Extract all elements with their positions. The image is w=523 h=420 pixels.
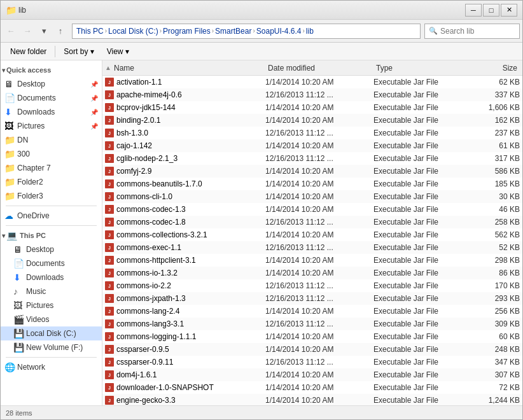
sidebar-item-folder3[interactable]: 📁 Folder3 bbox=[1, 189, 102, 203]
sidebar-item-pictures-pc[interactable]: 🖼 Pictures bbox=[1, 298, 102, 312]
sidebar-item-folder2[interactable]: 📁 Folder2 bbox=[1, 175, 102, 189]
breadcrumb-lib[interactable]: lib bbox=[306, 27, 314, 36]
view-button[interactable]: View ▾ bbox=[101, 45, 135, 59]
file-date: 12/16/2013 11:12 ... bbox=[265, 319, 373, 328]
table-row[interactable]: J commons-exec-1.1 12/16/2013 11:12 ... … bbox=[102, 241, 522, 254]
jar-file-icon: J bbox=[105, 141, 114, 150]
table-row[interactable]: J commons-httpclient-3.1 1/14/2014 10:20… bbox=[102, 254, 522, 267]
breadcrumb-thispc[interactable]: This PC bbox=[76, 27, 104, 36]
file-type: Executable Jar File bbox=[373, 129, 469, 137]
table-row[interactable]: J bcprov-jdk15-144 1/14/2014 10:20 AM Ex… bbox=[102, 101, 522, 114]
file-type: Executable Jar File bbox=[373, 256, 469, 265]
forward-button[interactable]: → bbox=[20, 24, 35, 39]
column-name-header[interactable]: Name bbox=[111, 64, 265, 73]
sidebar-item-desktop-pc[interactable]: 🖥 Desktop bbox=[1, 242, 102, 256]
sidebar-item-downloads-quick[interactable]: ⬇ Downloads 📌 bbox=[1, 105, 102, 119]
table-row[interactable]: J dom4j-1.6.1 1/14/2014 10:20 AM Executa… bbox=[102, 368, 522, 381]
file-type: Executable Jar File bbox=[373, 103, 469, 112]
quick-access-header[interactable]: ▾ Quick access bbox=[1, 63, 102, 77]
table-row[interactable]: J binding-2.0.1 1/14/2014 10:20 AM Execu… bbox=[102, 114, 522, 127]
table-row[interactable]: J commons-collections-3.2.1 1/14/2014 10… bbox=[102, 228, 522, 241]
jar-file-icon: J bbox=[105, 154, 114, 163]
drive-icon: 💾 bbox=[13, 328, 24, 339]
pin-icon: 📌 bbox=[90, 109, 98, 116]
sidebar-item-network[interactable]: 🌐 Network bbox=[1, 360, 102, 374]
table-row[interactable]: J activation-1.1 1/14/2014 10:20 AM Exec… bbox=[102, 76, 522, 88]
sidebar-item-documents-quick[interactable]: 📄 Documents 📌 bbox=[1, 91, 102, 105]
sidebar-item-documents-pc[interactable]: 📄 Documents bbox=[1, 256, 102, 270]
table-row[interactable]: J bsh-1.3.0 12/16/2013 11:12 ... Executa… bbox=[102, 127, 522, 139]
back-button[interactable]: ← bbox=[3, 24, 18, 39]
column-size-header[interactable]: Size bbox=[469, 64, 520, 73]
table-row[interactable]: J apache-mime4j-0.6 12/16/2013 11:12 ...… bbox=[102, 88, 522, 101]
table-row[interactable]: J cajo-1.142 1/14/2014 10:20 AM Executab… bbox=[102, 139, 522, 152]
sidebar-item-downloads-pc[interactable]: ⬇ Downloads bbox=[1, 270, 102, 284]
sidebar-item-localdisk[interactable]: 💾 Local Disk (C:) bbox=[1, 326, 102, 340]
file-date: 1/14/2014 10:20 AM bbox=[265, 332, 373, 341]
thispc-header[interactable]: ▾ 💻 This PC bbox=[1, 228, 102, 242]
address-bar[interactable]: This PC › Local Disk (C:) › Program File… bbox=[72, 24, 421, 39]
table-row[interactable]: J commons-beanutils-1.7.0 1/14/2014 10:2… bbox=[102, 178, 522, 190]
file-size: 237 KB bbox=[469, 129, 520, 137]
breadcrumb-localdisk[interactable]: Local Disk (C:) bbox=[108, 27, 158, 36]
sidebar-item-300[interactable]: 📁 300 bbox=[1, 147, 102, 161]
file-list-area: ▲ Name Date modified Type Size J activat… bbox=[102, 60, 522, 405]
table-row[interactable]: J commons-jxpath-1.3 12/16/2013 11:12 ..… bbox=[102, 292, 522, 305]
breadcrumb-soapui[interactable]: SoapUI-4.6.4 bbox=[256, 27, 302, 36]
file-date: 1/14/2014 10:20 AM bbox=[265, 192, 373, 201]
close-button[interactable]: ✕ bbox=[501, 4, 517, 17]
sidebar-item-chapter7[interactable]: 📁 Chapter 7 bbox=[1, 161, 102, 175]
file-date: 12/16/2013 11:12 ... bbox=[265, 154, 373, 163]
table-row[interactable]: J cssparser-0.9.11 12/16/2013 11:12 ... … bbox=[102, 356, 522, 368]
jar-file-icon: J bbox=[105, 116, 114, 125]
search-box[interactable]: 🔍 bbox=[424, 24, 520, 39]
sidebar-item-music[interactable]: ♪ Music bbox=[1, 284, 102, 298]
breadcrumb-smartbear[interactable]: SmartBear bbox=[215, 27, 251, 36]
sidebar-item-desktop-quick[interactable]: 🖥 Desktop 📌 bbox=[1, 77, 102, 91]
file-size: 309 KB bbox=[469, 319, 520, 328]
file-size: 248 KB bbox=[469, 345, 520, 354]
sidebar-item-dn[interactable]: 📁 DN bbox=[1, 133, 102, 147]
file-name: commons-collections-3.2.1 bbox=[116, 230, 265, 239]
table-row[interactable]: J commons-cli-1.0 1/14/2014 10:20 AM Exe… bbox=[102, 190, 522, 203]
sidebar-item-videos[interactable]: 🎬 Videos bbox=[1, 312, 102, 326]
table-row[interactable]: J engine-gecko-3.3 1/14/2014 10:20 AM Ex… bbox=[102, 394, 522, 405]
sidebar-item-onedrive[interactable]: ☁ OneDrive bbox=[1, 209, 102, 223]
table-row[interactable]: J cglib-nodep-2.1_3 12/16/2013 11:12 ...… bbox=[102, 152, 522, 165]
sidebar-item-newvolume[interactable]: 💾 New Volume (F:) bbox=[1, 340, 102, 354]
breadcrumb-programfiles[interactable]: Program Files bbox=[163, 27, 211, 36]
pin-icon: 📌 bbox=[90, 123, 98, 130]
jar-file-icon: J bbox=[105, 345, 114, 354]
table-row[interactable]: J comfyj-2.9 1/14/2014 10:20 AM Executab… bbox=[102, 165, 522, 178]
sort-by-button[interactable]: Sort by ▾ bbox=[58, 45, 99, 59]
file-size: 562 KB bbox=[469, 230, 520, 239]
sidebar-item-pictures-quick[interactable]: 🖼 Pictures 📌 bbox=[1, 119, 102, 133]
documents-icon: 📄 bbox=[4, 93, 15, 103]
table-row[interactable]: J commons-logging-1.1.1 1/14/2014 10:20 … bbox=[102, 330, 522, 343]
table-row[interactable]: J commons-codec-1.3 1/14/2014 10:20 AM E… bbox=[102, 203, 522, 216]
jar-file-icon: J bbox=[105, 78, 114, 87]
recent-locations-button[interactable]: ▾ bbox=[36, 24, 52, 39]
table-row[interactable]: J commons-lang3-3.1 12/16/2013 11:12 ...… bbox=[102, 318, 522, 330]
column-type-header[interactable]: Type bbox=[373, 64, 469, 73]
table-row[interactable]: J commons-codec-1.8 12/16/2013 11:12 ...… bbox=[102, 216, 522, 228]
table-row[interactable]: J commons-io-1.3.2 1/14/2014 10:20 AM Ex… bbox=[102, 267, 522, 279]
up-button[interactable]: ↑ bbox=[53, 24, 68, 39]
sidebar-divider bbox=[6, 206, 97, 206]
jar-file-icon: J bbox=[105, 269, 114, 277]
search-input[interactable] bbox=[440, 27, 515, 36]
file-size: 293 KB bbox=[469, 294, 520, 303]
minimize-button[interactable]: ─ bbox=[465, 4, 482, 17]
file-size: 298 KB bbox=[469, 256, 520, 265]
maximize-button[interactable]: □ bbox=[483, 4, 499, 17]
new-folder-button[interactable]: New folder bbox=[4, 45, 52, 59]
table-row[interactable]: J commons-lang-2.4 1/14/2014 10:20 AM Ex… bbox=[102, 305, 522, 318]
table-row[interactable]: J downloader-1.0-SNAPSHOT 1/14/2014 10:2… bbox=[102, 381, 522, 394]
table-row[interactable]: J cssparser-0.9.5 1/14/2014 10:20 AM Exe… bbox=[102, 343, 522, 356]
file-size: 52 KB bbox=[469, 243, 520, 252]
toolbar: New folder Sort by ▾ View ▾ bbox=[1, 43, 522, 60]
table-row[interactable]: J commons-io-2.2 12/16/2013 11:12 ... Ex… bbox=[102, 279, 522, 292]
column-date-header[interactable]: Date modified bbox=[265, 64, 373, 73]
file-date: 12/16/2013 11:12 ... bbox=[265, 281, 373, 290]
file-date: 1/14/2014 10:20 AM bbox=[265, 396, 373, 405]
